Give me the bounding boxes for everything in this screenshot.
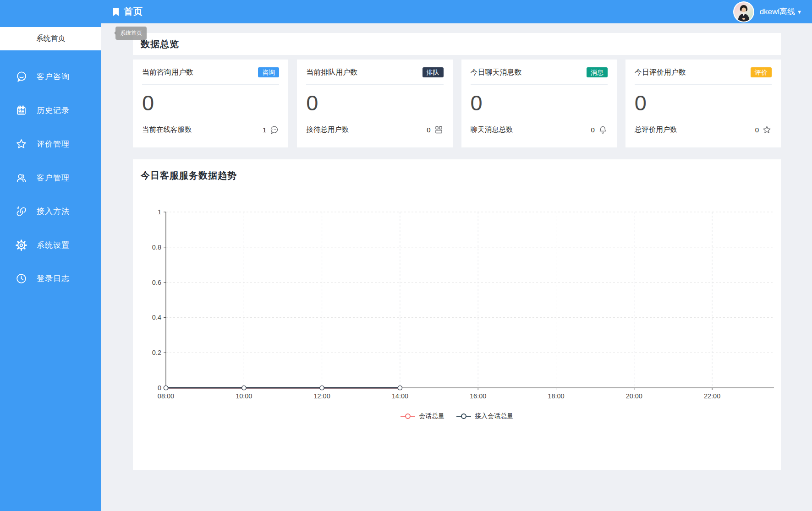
main-content: 系统首页 数据总览 当前咨询用户数 咨询 0 当前在线客服数 1 <box>101 23 812 511</box>
x-tick-label: 14:00 <box>392 392 408 400</box>
y-tick-label: 0.6 <box>152 279 161 286</box>
card-title: 今日聊天消息数 <box>471 68 522 77</box>
tab-home[interactable]: 首页 <box>112 0 143 23</box>
card-footer-value: 0 <box>591 126 594 134</box>
x-tick-label: 20:00 <box>626 392 642 400</box>
chat-smile-icon <box>15 71 27 83</box>
sidebar-item-label: 历史记录 <box>37 105 70 116</box>
chart-title: 今日客服服务数据趋势 <box>141 169 237 182</box>
gear-icon <box>15 239 27 251</box>
card-value: 0 <box>471 92 608 114</box>
y-tick-label: 0.2 <box>152 349 161 356</box>
y-tick-label: 0 <box>158 384 161 391</box>
x-tick-label: 08:00 <box>158 392 174 400</box>
legend-line-marker-icon <box>456 416 471 417</box>
x-tick-label: 10:00 <box>236 392 252 400</box>
home-tab-tooltip: 系统首页 <box>115 27 147 40</box>
overview-title: 数据总览 <box>141 38 179 50</box>
card-title: 今日评价用户数 <box>635 68 686 77</box>
sidebar-item-system-settings[interactable]: 系统设置 <box>0 228 101 262</box>
stat-cards-row: 当前咨询用户数 咨询 0 当前在线客服数 1 <box>133 60 781 147</box>
data-point-marker <box>242 386 246 390</box>
sidebar-item-customer-consult[interactable]: 客户咨询 <box>0 60 101 94</box>
sidebar-item-label: 客户咨询 <box>37 71 70 82</box>
legend-line-marker-icon <box>401 416 415 417</box>
status-badge: 消息 <box>587 67 608 77</box>
sidebar-item-label: 客户管理 <box>37 173 70 183</box>
card-footer-value: 0 <box>755 126 759 134</box>
sidebar-item-access-method[interactable]: 接入方法 <box>0 195 101 228</box>
user-name: dkewl离线 ▼ <box>760 6 802 17</box>
trend-line-chart: 00.20.40.60.8108:0010:0012:0014:0016:001… <box>133 159 781 470</box>
star-icon <box>15 138 27 150</box>
chart-legend: 会话总量接入会话总量 <box>133 412 781 420</box>
overview-panel: 数据总览 <box>133 33 781 55</box>
sidebar-item-label: 系统设置 <box>37 240 70 250</box>
legend-label: 接入会话总量 <box>475 412 513 420</box>
stat-card-consulting: 当前咨询用户数 咨询 0 当前在线客服数 1 <box>133 60 288 147</box>
sidebar-item-label: 登录日志 <box>37 273 70 284</box>
avatar[interactable] <box>733 1 754 22</box>
data-point-marker <box>398 386 402 390</box>
user-menu[interactable]: dkewl离线 ▼ <box>733 0 802 23</box>
card-title: 当前排队用户数 <box>306 68 357 77</box>
link-icon <box>15 205 27 217</box>
x-tick-label: 18:00 <box>548 392 564 400</box>
history-notebook-icon <box>15 104 27 117</box>
data-point-marker <box>242 386 246 390</box>
chevron-down-icon: ▼ <box>797 9 802 15</box>
sidebar-item-rating-management[interactable]: 评价管理 <box>0 127 101 161</box>
stat-card-messages: 今日聊天消息数 消息 0 聊天消息总数 0 <box>461 60 617 147</box>
status-badge: 咨询 <box>258 67 279 77</box>
card-title: 当前咨询用户数 <box>142 68 193 77</box>
sidebar-item-system-home[interactable]: 系统首页 <box>0 27 101 50</box>
sidebar: 系统首页 客户咨询 历史记录 评价管理 <box>0 23 101 511</box>
card-value: 0 <box>306 92 443 114</box>
tab-home-label: 首页 <box>124 5 143 18</box>
sidebar-nav: 客户咨询 历史记录 评价管理 客户 <box>0 60 101 296</box>
card-footer-value: 1 <box>263 126 266 134</box>
card-footer-value: 0 <box>427 126 430 134</box>
users-icon <box>15 172 27 184</box>
card-footer-label: 总评价用户数 <box>635 125 677 135</box>
queue-grid-icon <box>434 125 444 135</box>
sidebar-item-label: 接入方法 <box>37 206 70 217</box>
x-tick-label: 16:00 <box>470 392 486 400</box>
bell-icon <box>598 125 608 135</box>
chat-dots-icon <box>269 125 279 135</box>
top-bar: 首页 <box>0 0 812 23</box>
x-tick-label: 12:00 <box>313 392 330 400</box>
stat-card-queue: 当前排队用户数 排队 0 接待总用户数 0 <box>297 60 452 147</box>
stat-card-ratings: 今日评价用户数 评价 0 总评价用户数 0 <box>625 60 781 147</box>
data-point-marker <box>320 386 324 390</box>
card-value: 0 <box>142 92 279 114</box>
card-footer-label: 当前在线客服数 <box>142 125 192 135</box>
y-tick-label: 1 <box>158 208 161 216</box>
y-tick-label: 0.8 <box>152 244 161 251</box>
data-point-marker <box>164 386 168 390</box>
sidebar-item-label: 评价管理 <box>37 139 70 149</box>
status-badge: 排队 <box>422 67 444 77</box>
sidebar-item-customer-management[interactable]: 客户管理 <box>0 161 101 195</box>
legend-item[interactable]: 接入会话总量 <box>456 412 513 420</box>
chart-panel: 今日客服服务数据趋势 00.20.40.60.8108:0010:0012:00… <box>133 159 781 470</box>
data-point-marker <box>398 386 402 390</box>
sidebar-item-history[interactable]: 历史记录 <box>0 94 101 128</box>
data-point-marker <box>320 386 324 390</box>
card-value: 0 <box>635 92 772 114</box>
bookmark-icon <box>112 7 120 16</box>
star-outline-icon <box>762 125 772 135</box>
status-badge: 评价 <box>751 67 772 77</box>
legend-item[interactable]: 会话总量 <box>401 412 444 420</box>
avatar-image <box>734 2 753 22</box>
sidebar-item-login-log[interactable]: 登录日志 <box>0 262 101 296</box>
card-footer-label: 接待总用户数 <box>306 125 349 135</box>
y-tick-label: 0.4 <box>152 314 161 321</box>
legend-label: 会话总量 <box>419 412 444 420</box>
x-tick-label: 22:00 <box>704 392 720 400</box>
data-point-marker <box>164 386 168 390</box>
card-footer-label: 聊天消息总数 <box>471 125 513 135</box>
clock-icon <box>15 272 27 285</box>
